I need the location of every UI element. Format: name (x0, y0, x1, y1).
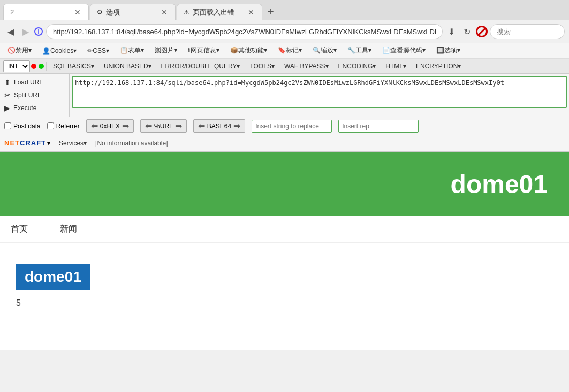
execute-label: Execute (13, 104, 36, 112)
nav-news[interactable]: 新闻 (60, 218, 77, 240)
page-body: dome01 5 (0, 243, 569, 350)
tab-2-label: 选项 (106, 7, 120, 17)
split-url-label: Split URL (14, 91, 41, 99)
tab-3[interactable]: ⚠ 页面载入出错 ✕ (177, 4, 262, 20)
int-select[interactable]: INT (3, 60, 30, 72)
tab-1-close[interactable]: ✕ (73, 8, 82, 17)
back-button[interactable]: ◀ (4, 25, 17, 39)
toolbar-source[interactable]: 📄查看源代码▾ (378, 45, 430, 56)
tab-1-label: 2 (10, 8, 14, 16)
sqli-main: http://192.168.137.1:84/sqli/base64.php?… (70, 74, 569, 117)
page-content-title: dome01 (16, 264, 90, 290)
nav-home[interactable]: 首页 (11, 218, 28, 240)
html-btn[interactable]: HTML▾ (381, 62, 411, 71)
execute-icon: ▶ (4, 104, 10, 112)
hex-left-arrow: ⬅ (91, 121, 98, 131)
page-content-number: 5 (16, 298, 553, 308)
browser-chrome: 2 ✕ ⚙ 选项 ✕ ⚠ 页面载入出错 ✕ + ◀ ▶ i ⬇ ↻ 🚫禁用▾ 👤… (0, 0, 569, 152)
tab-3-label: 页面载入出错 (193, 7, 234, 17)
tab-3-close[interactable]: ✕ (247, 8, 255, 17)
base64-label: BASE64 (207, 122, 231, 130)
page-nav: 首页 新闻 (0, 216, 569, 243)
status-dot-red (31, 64, 36, 69)
load-url-icon: ⬆ (4, 78, 11, 87)
split-url-item[interactable]: ✂ Split URL (0, 89, 69, 102)
execute-item[interactable]: ▶ Execute (0, 102, 69, 114)
tools-btn[interactable]: TOOLS▾ (245, 62, 278, 71)
post-data-checkbox[interactable] (4, 122, 11, 129)
page-header-title: dome01 (451, 170, 548, 199)
address-input[interactable] (46, 24, 443, 39)
union-based-btn[interactable]: UNION BASED▾ (100, 62, 156, 71)
toolbar-images[interactable]: 🖼图片▾ (150, 45, 181, 56)
tab-3-icon: ⚠ (184, 9, 189, 16)
url-left-arrow: ⬅ (145, 121, 152, 131)
sqli-url-textarea[interactable]: http://192.168.137.1:84/sqli/base64.php?… (72, 76, 567, 108)
tab-1[interactable]: 2 ✕ (3, 4, 89, 20)
toolbar-cookies[interactable]: 👤Cookies▾ (38, 46, 81, 56)
url-label: %URL (154, 122, 173, 130)
netcraft-logo-craft: CRAFT (20, 139, 46, 147)
sqli-panel: ⬆ Load URL ✂ Split URL ▶ Execute http://… (0, 74, 569, 117)
toolbar1: 🚫禁用▾ 👤Cookies▾ ✏CSS▾ 📋表单▾ 🖼图片▾ ℹ网页信息▾ 📦其… (0, 43, 569, 59)
encoding-btn[interactable]: ENCODING▾ (334, 62, 381, 71)
base64-encode-btn[interactable]: ⬅ BASE64 ➡ (193, 119, 245, 133)
replace-input-2[interactable] (338, 120, 419, 133)
hex-label: 0xHEX (100, 122, 120, 130)
toolbar-misc[interactable]: 📦其他功能▾ (226, 45, 271, 56)
toolbar-forms[interactable]: 📋表单▾ (116, 45, 148, 56)
hex-encode-btn[interactable]: ⬅ 0xHEX ➡ (86, 119, 134, 133)
toolbar2: INT SQL BASICS▾ UNION BASED▾ ERROR/DOUBL… (0, 59, 569, 74)
toolbar-zoom[interactable]: 🔍缩放▾ (308, 45, 341, 56)
forward-button[interactable]: ▶ (19, 25, 32, 39)
tab-2-icon: ⚙ (97, 9, 103, 16)
tab-bar: 2 ✕ ⚙ 选项 ✕ ⚠ 页面载入出错 ✕ + (0, 0, 569, 20)
referrer-checkbox-label[interactable]: Referrer (47, 122, 80, 130)
refresh-button[interactable]: ↻ (460, 25, 474, 39)
no-symbol-icon (476, 26, 488, 37)
referrer-label: Referrer (56, 122, 80, 130)
netcraft-services-btn[interactable]: Services▾ (55, 139, 91, 148)
url-encode-btn[interactable]: ⬅ %URL ➡ (140, 119, 187, 133)
netcraft-bar: NETCRAFT ▾ Services▾ [No information ava… (0, 135, 569, 151)
hex-right-arrow: ➡ (122, 121, 129, 131)
url-right-arrow: ➡ (175, 121, 182, 131)
split-url-icon: ✂ (4, 91, 11, 99)
post-data-checkbox-label[interactable]: Post data (4, 122, 41, 130)
netcraft-info: [No information available] (95, 140, 168, 147)
replace-input-1[interactable] (252, 120, 332, 133)
status-dot-green (39, 64, 44, 69)
base64-right-arrow: ➡ (233, 121, 240, 131)
info-icon: i (34, 27, 43, 36)
page-content: dome01 首页 新闻 dome01 5 (0, 152, 569, 350)
search-input[interactable] (490, 24, 565, 39)
netcraft-logo: NETCRAFT (4, 139, 46, 147)
netcraft-dropdown-arrow: ▾ (47, 140, 50, 147)
toolbar-options[interactable]: 🔲选项▾ (432, 45, 465, 56)
toolbar-css[interactable]: ✏CSS▾ (83, 46, 113, 56)
load-url-label: Load URL (14, 79, 43, 86)
sqli-options-row: Post data Referrer ⬅ 0xHEX ➡ ⬅ %URL ➡ ⬅ … (0, 117, 569, 135)
address-bar-row: ◀ ▶ i ⬇ ↻ (0, 20, 569, 43)
load-url-item[interactable]: ⬆ Load URL (0, 76, 69, 89)
error-double-query-btn[interactable]: ERROR/DOUBLE QUERY▾ (157, 62, 245, 71)
waf-bypass-btn[interactable]: WAF BYPASS▾ (280, 62, 333, 71)
page-header-banner: dome01 (0, 152, 569, 216)
base64-left-arrow: ⬅ (198, 121, 205, 131)
new-tab-button[interactable]: + (263, 4, 278, 20)
toolbar-mark[interactable]: 🔖标记▾ (274, 45, 306, 56)
tab-2[interactable]: ⚙ 选项 ✕ (90, 4, 176, 20)
toolbar-info[interactable]: ℹ网页信息▾ (184, 45, 224, 56)
sqli-sidebar: ⬆ Load URL ✂ Split URL ▶ Execute (0, 74, 70, 117)
download-icon[interactable]: ⬇ (445, 25, 458, 39)
toolbar-disable[interactable]: 🚫禁用▾ (3, 45, 36, 56)
referrer-checkbox[interactable] (47, 122, 54, 129)
post-data-label: Post data (13, 122, 41, 130)
toolbar-tools[interactable]: 🔧工具▾ (343, 45, 376, 56)
sql-basics-btn[interactable]: SQL BASICS▾ (49, 62, 98, 71)
netcraft-logo-net: NET (4, 139, 20, 147)
encryption-btn[interactable]: ENCRYPTION▾ (412, 62, 465, 71)
tab-2-close[interactable]: ✕ (160, 8, 169, 17)
